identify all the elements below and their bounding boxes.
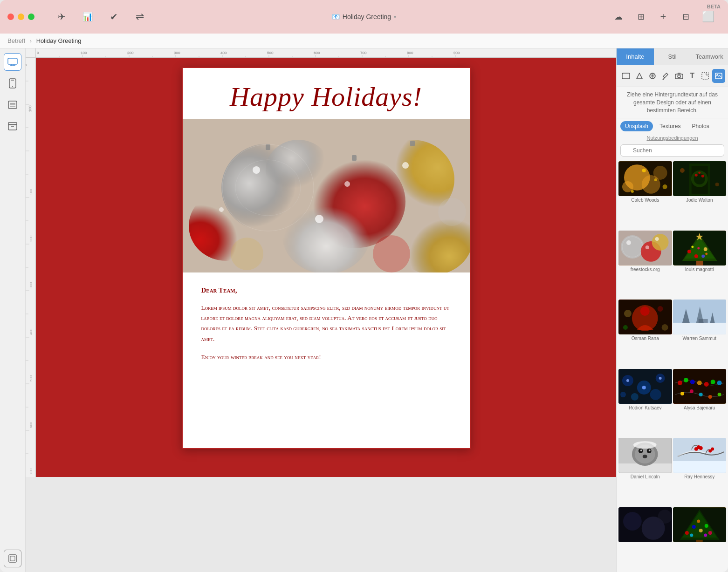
list-item[interactable]: Rodion Kutsaev [618, 369, 672, 437]
sidebar-frame-btn[interactable] [4, 550, 21, 567]
svg-point-199 [699, 446, 702, 450]
ruler-vertical: 0 100 [26, 58, 36, 477]
svg-point-124 [680, 168, 684, 173]
panel-hint-text: Ziehe eine Hintergrundtextur auf das ges… [627, 91, 718, 114]
email-salutation: Dear Team, [201, 286, 451, 294]
list-item[interactable] [618, 507, 672, 570]
photo-thumb [618, 507, 672, 542]
tab-stil[interactable]: Stil [654, 48, 691, 65]
sidebar-archive-view[interactable] [4, 117, 21, 135]
svg-point-81 [253, 166, 260, 174]
panel-resize-icon[interactable] [699, 69, 712, 83]
sidebar-list-view[interactable] [4, 96, 21, 114]
panel-hint: Ziehe eine Hintergrundtextur auf das ges… [617, 87, 728, 118]
plane-icon[interactable]: ✈ [53, 8, 70, 25]
cloud-icon[interactable]: ☁ [611, 9, 626, 25]
toolbar-left: ✈ 📊 ✔ ⇌ [53, 8, 148, 25]
panel-text-icon[interactable]: T [686, 69, 699, 83]
close-button[interactable] [7, 14, 14, 20]
maximize-button[interactable] [28, 14, 34, 20]
svg-point-198 [694, 447, 698, 451]
photo-author: Daniel Lincoln [631, 474, 660, 479]
stats-icon[interactable]: 📊 [79, 8, 96, 25]
svg-point-133 [655, 237, 659, 241]
svg-point-5 [12, 86, 13, 87]
svg-point-191 [649, 449, 651, 451]
panel-bg-icon[interactable] [619, 69, 632, 83]
panel-dropper-icon[interactable] [659, 69, 672, 83]
svg-text:700: 700 [360, 51, 367, 55]
source-tabs: Unsplash Textures Photos [617, 118, 728, 134]
list-item[interactable]: Ray Hennessy [673, 438, 727, 506]
canvas-area[interactable]: 0 100 200 300 400 500 600 [26, 48, 616, 572]
layout-icon[interactable]: ⊞ [633, 9, 649, 25]
svg-point-82 [344, 181, 350, 187]
photo-author: freestocks.org [631, 267, 660, 272]
minimize-button[interactable] [18, 14, 24, 20]
svg-point-83 [402, 162, 409, 169]
list-item[interactable]: Daniel Lincoln [618, 438, 672, 506]
list-item[interactable]: louis magnotti [673, 231, 727, 299]
panel-ornament-icon[interactable] [646, 69, 659, 83]
tab-teamwork[interactable]: Teamwork [691, 48, 728, 65]
list-item[interactable]: Alysa Bajenaru [673, 369, 727, 437]
svg-rect-159 [698, 319, 707, 323]
svg-point-140 [703, 247, 707, 251]
svg-point-168 [642, 386, 646, 389]
source-tab-unsplash[interactable]: Unsplash [620, 121, 653, 131]
list-item[interactable]: Jodie Walton [673, 161, 727, 229]
svg-rect-11 [8, 124, 17, 130]
svg-point-151 [623, 325, 628, 330]
canvas-background[interactable]: Happy Holidays! [36, 58, 616, 477]
window-icon[interactable]: ⬜ [700, 9, 716, 25]
panel-camera-icon[interactable] [673, 69, 686, 83]
tab-inhalte[interactable]: Inhalte [617, 48, 654, 65]
search-input[interactable] [620, 144, 724, 157]
list-item[interactable] [673, 507, 727, 570]
terms-link[interactable]: Nutzungsbedingungen [617, 134, 728, 143]
email-body: Dear Team, Lorem ipsum dolor sit amet, c… [183, 272, 470, 380]
svg-point-103 [678, 75, 680, 78]
search-wrapper: 🔍 [620, 144, 724, 157]
svg-point-113 [654, 178, 657, 181]
right-panel: Inhalte Stil Teamwork [616, 48, 728, 572]
list-item[interactable]: Warren Sammut [673, 300, 727, 368]
grid-icon[interactable]: ⊟ [678, 9, 694, 25]
panel-image-icon[interactable] [712, 69, 725, 83]
source-tab-textures[interactable]: Textures [655, 121, 685, 131]
title-chevron-icon: ▾ [394, 14, 396, 20]
svg-point-217 [704, 533, 707, 537]
email-card[interactable]: Happy Holidays! [182, 67, 471, 449]
email-body-text: Lorem ipsum dolor sit amet, consetetur s… [201, 303, 451, 344]
svg-text:600: 600 [314, 51, 320, 55]
svg-point-90 [231, 238, 263, 270]
photo-thumb [673, 369, 727, 404]
check-icon[interactable]: ✔ [105, 8, 122, 25]
svg-text:800: 800 [407, 51, 413, 55]
svg-point-110 [653, 166, 667, 180]
toolbar-right: ☁ ⊞ + ⊟ ⬜ [611, 9, 721, 25]
list-item[interactable]: Osman Rana [618, 300, 672, 368]
source-tab-photos[interactable]: Photos [687, 121, 714, 131]
svg-text:600: 600 [29, 422, 33, 428]
breadcrumb-parent[interactable]: Betreff [7, 37, 25, 44]
list-item[interactable]: freestocks.org [618, 231, 672, 299]
svg-point-78 [282, 195, 371, 272]
photo-thumb [673, 507, 727, 542]
list-item[interactable]: Caleb Woods [618, 161, 672, 229]
svg-point-125 [715, 183, 719, 186]
connections-icon[interactable]: ⇌ [131, 8, 148, 25]
sidebar-mobile-view[interactable] [4, 75, 21, 92]
svg-point-181 [708, 395, 712, 399]
svg-rect-15 [10, 556, 15, 561]
svg-rect-209 [696, 539, 702, 542]
sidebar-desktop-view[interactable] [4, 53, 21, 71]
photo-author: Ray Hennessy [684, 474, 714, 479]
svg-point-149 [624, 310, 632, 317]
svg-point-167 [626, 379, 629, 382]
panel-shape-icon[interactable] [632, 69, 646, 83]
ruler-horizontal: 0 100 200 300 400 500 600 [26, 48, 616, 58]
plus-icon[interactable]: + [655, 9, 671, 25]
breadcrumb-separator: › [28, 37, 34, 44]
svg-rect-137 [696, 261, 703, 266]
